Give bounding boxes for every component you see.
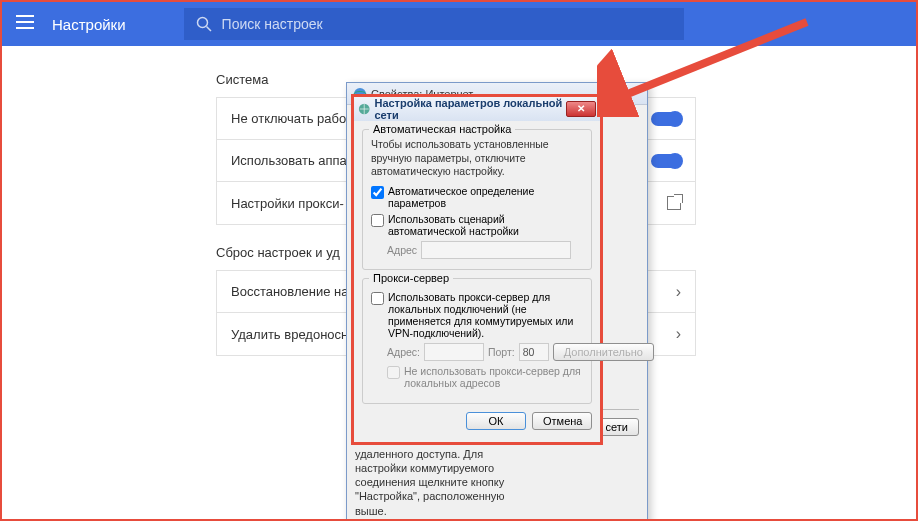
search-input[interactable] (222, 16, 672, 32)
proxy-port-input (519, 343, 549, 361)
lan-dialog-titlebar[interactable]: Настройка параметров локальной сети ✕ (354, 97, 600, 121)
search-icon (196, 16, 212, 32)
proxy-address-label: Адрес: (387, 346, 420, 358)
toggle-switch[interactable] (651, 154, 681, 168)
proxy-fieldset: Прокси-сервер Использовать прокси-сервер… (362, 278, 592, 404)
auto-detect-checkbox[interactable]: Автоматическое определение параметров (371, 185, 583, 209)
network-icon (358, 102, 370, 116)
chevron-right-icon: › (676, 325, 681, 343)
script-address-input (421, 241, 571, 259)
lan-ok-button[interactable]: ОК (466, 412, 526, 430)
proxy-legend: Прокси-сервер (369, 272, 453, 284)
external-link-icon (667, 196, 681, 210)
lan-dialog-title: Настройка параметров локальной сети (374, 97, 565, 121)
bypass-local-checkbox: Не использовать прокси-сервер для локаль… (387, 365, 583, 389)
address-label: Адрес (387, 244, 417, 256)
search-box[interactable] (184, 8, 684, 40)
auto-script-checkbox[interactable]: Использовать сценарий автоматической нас… (371, 213, 583, 237)
auto-text: Чтобы использовать установленные вручную… (371, 138, 583, 179)
proxy-address-input (424, 343, 484, 361)
auto-legend: Автоматическая настройка (369, 123, 515, 135)
auto-config-fieldset: Автоматическая настройка Чтобы использов… (362, 129, 592, 270)
lan-cancel-button[interactable]: Отмена (532, 412, 592, 430)
chevron-right-icon: › (676, 283, 681, 301)
proxy-port-label: Порт: (488, 346, 515, 358)
page-title: Настройки (52, 16, 126, 33)
toggle-switch[interactable] (651, 112, 681, 126)
svg-point-0 (197, 18, 207, 28)
use-proxy-checkbox[interactable]: Использовать прокси-сервер для локальных… (371, 291, 583, 339)
menu-icon[interactable] (16, 15, 34, 33)
lan-settings-dialog: Настройка параметров локальной сети ✕ Ав… (351, 94, 603, 445)
svg-line-1 (206, 27, 211, 32)
advanced-button: Дополнительно (553, 343, 654, 361)
close-button[interactable]: ✕ (566, 101, 596, 117)
